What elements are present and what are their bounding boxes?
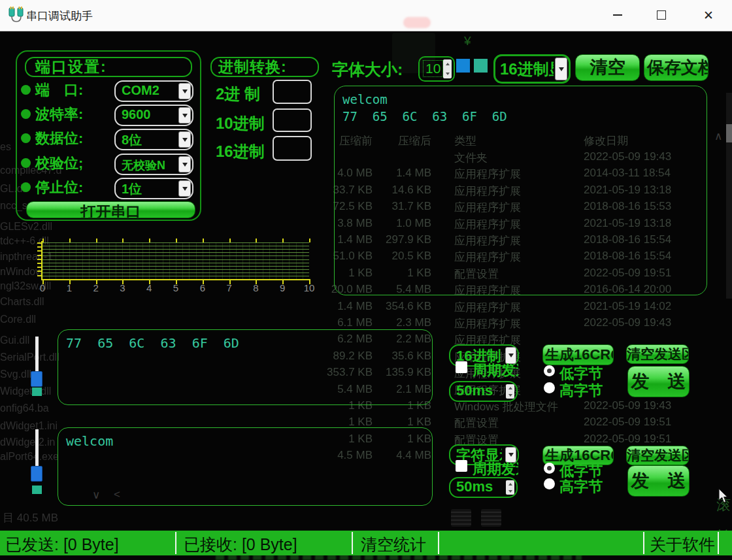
status-separator [643,532,644,554]
new-badge [403,17,431,28]
dropdown-arrow-button[interactable] [178,156,191,173]
port-select[interactable]: COM2 [114,80,193,102]
port-row-bullet [21,158,31,168]
high-byte-radio[interactable] [544,478,555,489]
font-size-spinner[interactable]: 10 [418,56,455,82]
databits-select[interactable]: 8位 [114,129,193,150]
bg-file-name: nWindow [0,266,43,278]
dropdown-arrow-button[interactable] [555,58,567,80]
bin-label: 2进 制 [216,84,260,105]
port-row-bullet [21,182,31,192]
dropdown-arrow-button[interactable] [178,107,191,124]
send-text-textarea[interactable]: welcom ∨ < [58,427,433,506]
bg-toolbar-icon [451,509,471,527]
send-group-text: 字符显示 周期发送 50ms 生成16CRC 低字节 高字节 清空发送区 发 送 [449,444,704,503]
chevron-down-icon [559,67,564,71]
spinner-buttons[interactable] [506,480,514,495]
port-row-label: 端 口: [35,80,83,99]
hex-input[interactable] [273,136,312,161]
slider-handle[interactable] [31,371,42,387]
bg-file-name: SerialPort.dll [0,352,59,363]
minimize-icon [613,14,622,16]
low-byte-radio[interactable] [544,463,555,474]
spin-up-icon [508,483,512,486]
dropdown-arrow-button[interactable] [178,131,191,148]
mouse-cursor-icon [718,489,729,503]
spin-up-icon [446,63,450,65]
bg-table-cell: 2022-05-09 19:43 [584,316,708,329]
bg-table-cell: 354.6 KB [379,300,431,313]
receive-text-line2: 77 65 6C 63 6F 6D [342,108,507,125]
status-separator [718,532,719,554]
maximize-button[interactable] [646,0,676,30]
clear-receive-button[interactable]: 清空 [575,54,640,81]
minimize-button[interactable] [603,0,633,30]
baudrate-label: 波特率: [35,105,83,124]
interval-spinner[interactable]: 50ms [449,381,518,402]
port-select-value: COM2 [122,83,159,98]
font-size-label: 字体大小: [332,59,403,80]
send-button[interactable]: 发 送 [627,366,690,397]
bg-file-name: dWidget1.ini [0,420,58,432]
chart-x-tick-label: 6 [200,282,205,293]
clear-stats-button[interactable]: 清空统计 [361,534,426,555]
slider-handle[interactable] [31,466,42,482]
status-separator [352,532,353,554]
scroll-down-icon[interactable]: ∨ [92,488,100,502]
baudrate-select[interactable]: 9600 [114,105,193,126]
bg-file-name: onfig64.ba [0,403,49,414]
bg-file-name: Gui.dll [0,335,29,346]
clear-send-button[interactable]: 清空发送区 [626,446,689,465]
bin-input[interactable] [273,80,312,104]
slider-indicator [32,387,42,396]
title-bar: 串口调试助手 ✕ [0,0,732,31]
color-swatch-teal[interactable] [474,59,488,73]
send-hex-text: 77 65 6C 63 6F 6D [66,335,239,352]
interval-spinner[interactable]: 50ms [449,477,518,498]
high-byte-label: 高字节 [559,477,603,497]
receive-textarea[interactable]: welcom 77 65 6C 63 6F 6D [334,86,707,295]
about-software-button[interactable]: 关于软件 [650,534,715,555]
scroll-left-icon[interactable]: < [114,488,120,501]
font-size-value: 10 [424,61,442,76]
low-byte-radio[interactable] [544,365,555,376]
chart-x-tick-label: 0 [40,282,45,293]
close-button[interactable]: ✕ [693,0,724,30]
dec-input[interactable] [273,108,312,132]
send-hex-textarea[interactable]: 77 65 6C 63 6F 6D [58,329,433,405]
parity-select[interactable]: 无校验N [114,154,193,175]
send-button[interactable]: 发 送 [627,465,690,497]
save-document-button[interactable]: 保存文档 [644,54,708,81]
bg-table-cell: 6.1 MB [297,316,373,329]
bg-blurred-text [216,555,582,560]
databits-label: 数据位: [35,129,83,148]
dropdown-arrow-button[interactable] [178,83,191,99]
spinner-buttons[interactable] [506,384,514,399]
spin-down-icon [508,490,512,493]
databits-select-value: 8位 [122,131,142,149]
dropdown-arrow-button[interactable] [178,180,191,197]
status-bar: 已发送: [0 Byte] 已接收: [0 Byte] 清空统计 关于软件 [0,531,732,555]
clear-send-button[interactable]: 清空发送区 [626,344,689,364]
stopbits-label: 停止位: [35,178,83,197]
high-byte-radio[interactable] [544,382,555,393]
period-send-checkbox[interactable] [456,460,467,472]
bg-toolbar-icon [481,509,501,527]
maximize-icon [657,10,666,20]
app-icon [8,6,25,24]
generate-crc-button[interactable]: 生成16CRC [542,344,614,365]
display-mode-select[interactable]: 16进制显示 [493,54,571,84]
color-swatch-blue[interactable] [456,59,470,73]
stopbits-select[interactable]: 1位 [114,178,193,199]
bg-size-note: 目 40.5 MB [3,510,58,525]
slider-indicator [32,486,42,494]
chevron-down-icon [182,138,188,142]
chart-x-ticks-top [42,239,310,242]
port-settings-title: 端口设置: [25,57,192,77]
spinner-buttons[interactable] [443,59,452,78]
chart-x-tick-label: 10 [304,282,315,293]
high-byte-label: 高字节 [559,381,603,401]
open-port-button[interactable]: 打开串口 [26,201,195,218]
status-separator [175,532,176,554]
period-send-checkbox[interactable] [456,361,467,373]
